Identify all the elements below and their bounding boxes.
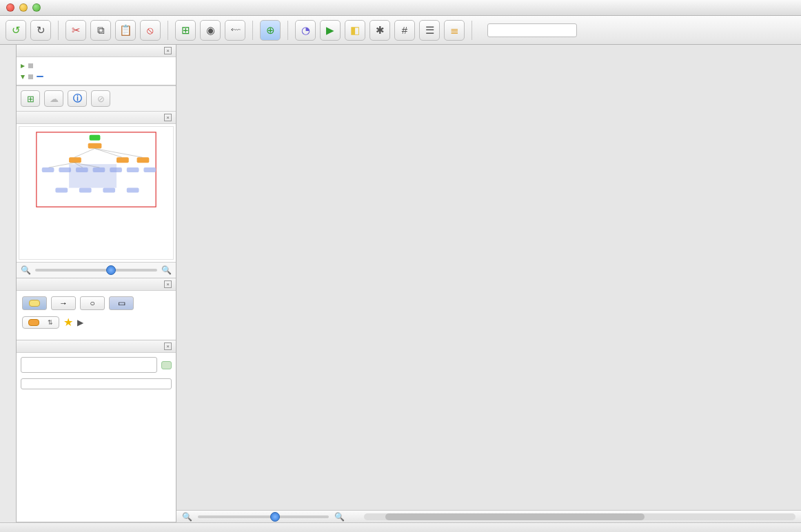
add-entity-button[interactable]: ⊞ xyxy=(175,20,196,41)
svg-rect-1 xyxy=(90,135,101,141)
navigation-zoom-row: 🔍 🔍 xyxy=(17,262,176,278)
text-color-icon[interactable] xyxy=(161,361,172,369)
title-bar xyxy=(0,0,801,16)
svg-rect-12 xyxy=(137,157,150,163)
domain-panel-close[interactable]: × xyxy=(164,47,172,54)
navigation-panel-close[interactable]: × xyxy=(164,114,172,121)
tag-yellow-button[interactable]: ◧ xyxy=(345,20,365,41)
close-window-button[interactable] xyxy=(6,3,14,12)
side-tab-strip xyxy=(0,45,17,522)
paste-button[interactable]: 📋 xyxy=(115,20,136,41)
element-tab-entity[interactable] xyxy=(22,296,47,310)
layout-tool-button[interactable]: ≣ xyxy=(444,20,465,41)
left-panel-column: × ▸ ▾ ⊞ ☁ ⓘ ⊘ xyxy=(17,45,176,522)
svg-rect-20 xyxy=(55,188,68,193)
undo-button[interactable]: ↺ xyxy=(6,20,26,41)
zoom-in-icon[interactable]: 🔍 xyxy=(161,265,172,275)
element-type-select[interactable]: ⇅ xyxy=(22,316,59,329)
text-panel: × xyxy=(17,340,176,522)
svg-line-14 xyxy=(74,149,95,158)
element-tab-group[interactable]: ▭ xyxy=(109,296,134,310)
navigation-zoom-slider[interactable] xyxy=(35,269,157,272)
domain-info-button[interactable]: ⓘ xyxy=(68,90,87,107)
note-button[interactable]: ✱ xyxy=(369,20,390,41)
svg-rect-22 xyxy=(103,188,115,193)
svg-rect-10 xyxy=(69,157,81,163)
canvas-footer: 🔍 🔍 xyxy=(176,510,801,522)
domain-link-button[interactable]: ☁ xyxy=(44,90,63,107)
hash-tool-button[interactable]: # xyxy=(394,20,415,41)
find-input[interactable] xyxy=(487,23,577,37)
navigation-panel: × xyxy=(17,112,176,278)
domain-button-row: ⊞ ☁ ⓘ ⊘ xyxy=(17,85,176,112)
canvas-h-scrollbar[interactable] xyxy=(364,513,795,520)
svg-rect-2 xyxy=(88,143,102,149)
delete-button[interactable]: ⦸ xyxy=(140,20,161,41)
minimize-window-button[interactable] xyxy=(19,3,28,12)
element-text-secondary-input[interactable] xyxy=(21,378,172,389)
domain-add-button[interactable]: ⊞ xyxy=(21,90,40,107)
text-panel-close[interactable]: × xyxy=(164,342,172,350)
canvas-zoom-in-icon[interactable]: 🔍 xyxy=(334,512,345,522)
element-next-button[interactable]: ▶ xyxy=(77,318,83,327)
domain-item-general[interactable]: ▸ xyxy=(19,60,173,71)
add-edge-button[interactable]: ⬳ xyxy=(225,20,245,41)
element-panel-close[interactable]: × xyxy=(164,280,172,288)
diagram-canvas[interactable]: 🔍 🔍 xyxy=(176,45,801,522)
play-tool-button[interactable]: ▶ xyxy=(320,20,341,41)
cut-button[interactable]: ✂ xyxy=(65,20,86,41)
element-tab-junctor[interactable]: ○ xyxy=(80,296,105,310)
canvas-zoom-out-icon[interactable]: 🔍 xyxy=(182,512,192,522)
main-toolbar: ↺ ↻ ✂ ⧉ 📋 ⦸ ⊞ ◉ ⬳ ⊕ ◔ ▶ ◧ ✱ # ☰ ≣ xyxy=(0,16,801,45)
add-group-button[interactable]: ⊕ xyxy=(260,20,281,41)
canvas-zoom-slider[interactable] xyxy=(198,515,329,518)
zoom-window-button[interactable] xyxy=(32,3,41,12)
redo-button[interactable]: ↻ xyxy=(30,20,51,41)
domain-panel: × ▸ ▾ xyxy=(17,45,176,85)
add-junctor-button[interactable]: ◉ xyxy=(200,20,221,41)
element-tab-edge[interactable]: → xyxy=(51,296,76,310)
svg-rect-8 xyxy=(127,167,139,172)
status-bar xyxy=(0,522,801,532)
domain-item-effects-based[interactable]: ▾ xyxy=(19,71,173,82)
svg-rect-11 xyxy=(116,157,129,163)
svg-rect-21 xyxy=(79,188,92,193)
pie-tool-button[interactable]: ◔ xyxy=(295,20,316,41)
zoom-out-icon[interactable]: 🔍 xyxy=(21,265,31,275)
element-text-input[interactable] xyxy=(21,357,157,373)
svg-rect-23 xyxy=(127,188,139,193)
copy-button[interactable]: ⧉ xyxy=(90,20,111,41)
stack-tool-button[interactable]: ☰ xyxy=(419,20,440,41)
domain-disable-button[interactable]: ⊘ xyxy=(91,90,110,107)
element-panel: × → ○ ▭ ⇅ ★ ▶ xyxy=(17,278,176,340)
star-icon[interactable]: ★ xyxy=(63,316,73,329)
svg-line-16 xyxy=(95,149,143,158)
svg-rect-3 xyxy=(42,167,54,172)
svg-rect-13 xyxy=(69,164,116,187)
navigation-minimap[interactable] xyxy=(17,124,176,262)
svg-rect-9 xyxy=(143,167,156,172)
